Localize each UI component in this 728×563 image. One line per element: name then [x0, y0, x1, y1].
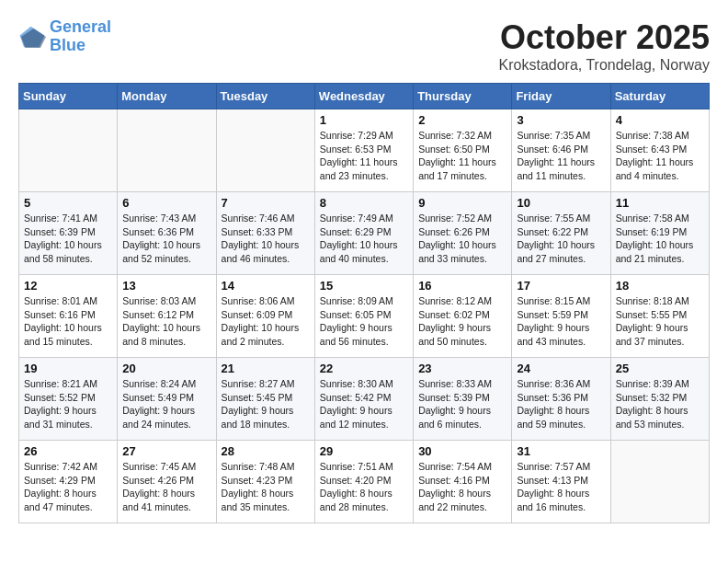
weekday-header-sunday: Sunday — [19, 84, 118, 109]
day-cell: 21Sunrise: 8:27 AM Sunset: 5:45 PM Dayli… — [216, 358, 314, 441]
day-cell: 30Sunrise: 7:54 AM Sunset: 4:16 PM Dayli… — [414, 441, 512, 523]
day-cell: 3Sunrise: 7:35 AM Sunset: 6:46 PM Daylig… — [512, 109, 610, 192]
logo-icon — [18, 23, 46, 51]
day-info: Sunrise: 7:48 AM Sunset: 4:23 PM Dayligh… — [222, 460, 310, 514]
day-cell: 17Sunrise: 8:15 AM Sunset: 5:59 PM Dayli… — [512, 275, 610, 358]
week-row-5: 26Sunrise: 7:42 AM Sunset: 4:29 PM Dayli… — [19, 441, 710, 523]
day-info: Sunrise: 7:41 AM Sunset: 6:39 PM Dayligh… — [24, 212, 112, 266]
day-info: Sunrise: 8:12 AM Sunset: 6:02 PM Dayligh… — [418, 294, 506, 349]
day-info: Sunrise: 8:27 AM Sunset: 5:45 PM Dayligh… — [222, 377, 310, 431]
day-info: Sunrise: 8:33 AM Sunset: 5:39 PM Dayligh… — [418, 377, 506, 431]
day-cell: 13Sunrise: 8:03 AM Sunset: 6:12 PM Dayli… — [118, 275, 216, 358]
day-info: Sunrise: 7:58 AM Sunset: 6:19 PM Dayligh… — [616, 212, 704, 266]
day-info: Sunrise: 8:21 AM Sunset: 5:52 PM Dayligh… — [24, 377, 112, 431]
day-number: 10 — [517, 196, 605, 210]
day-number: 30 — [418, 444, 506, 458]
week-row-4: 19Sunrise: 8:21 AM Sunset: 5:52 PM Dayli… — [19, 358, 710, 441]
day-cell: 26Sunrise: 7:42 AM Sunset: 4:29 PM Dayli… — [19, 441, 118, 523]
day-number: 16 — [418, 279, 506, 293]
day-number: 19 — [24, 362, 112, 375]
day-number: 25 — [616, 362, 704, 375]
day-number: 21 — [222, 362, 310, 375]
day-info: Sunrise: 8:15 AM Sunset: 5:59 PM Dayligh… — [517, 294, 605, 349]
day-cell — [118, 109, 216, 192]
page-header: General Blue October 2025 Krokstadora, T… — [18, 18, 710, 74]
day-number: 3 — [517, 113, 605, 127]
day-number: 29 — [320, 444, 408, 458]
day-info: Sunrise: 8:30 AM Sunset: 5:42 PM Dayligh… — [320, 377, 408, 431]
weekday-header-monday: Monday — [118, 84, 216, 109]
day-info: Sunrise: 8:03 AM Sunset: 6:12 PM Dayligh… — [122, 294, 210, 349]
day-info: Sunrise: 8:09 AM Sunset: 6:05 PM Dayligh… — [320, 294, 408, 349]
day-info: Sunrise: 7:29 AM Sunset: 6:53 PM Dayligh… — [320, 129, 408, 183]
day-cell: 2Sunrise: 7:32 AM Sunset: 6:50 PM Daylig… — [414, 109, 512, 192]
month-title: October 2025 — [499, 18, 710, 57]
day-info: Sunrise: 7:46 AM Sunset: 6:33 PM Dayligh… — [222, 212, 310, 266]
weekday-header-friday: Friday — [512, 84, 610, 109]
day-info: Sunrise: 7:42 AM Sunset: 4:29 PM Dayligh… — [24, 460, 112, 514]
day-info: Sunrise: 7:32 AM Sunset: 6:50 PM Dayligh… — [418, 129, 506, 183]
day-number: 18 — [616, 279, 704, 293]
day-number: 24 — [517, 362, 605, 375]
day-number: 6 — [122, 196, 210, 210]
day-info: Sunrise: 8:24 AM Sunset: 5:49 PM Dayligh… — [122, 377, 210, 431]
day-info: Sunrise: 7:49 AM Sunset: 6:29 PM Dayligh… — [320, 212, 408, 266]
day-number: 22 — [320, 362, 408, 375]
day-cell: 7Sunrise: 7:46 AM Sunset: 6:33 PM Daylig… — [216, 192, 314, 275]
day-cell: 24Sunrise: 8:36 AM Sunset: 5:36 PM Dayli… — [512, 358, 610, 441]
day-cell: 8Sunrise: 7:49 AM Sunset: 6:29 PM Daylig… — [314, 192, 413, 275]
week-row-3: 12Sunrise: 8:01 AM Sunset: 6:16 PM Dayli… — [19, 275, 710, 358]
day-number: 23 — [418, 362, 506, 375]
weekday-header-row: SundayMondayTuesdayWednesdayThursdayFrid… — [19, 84, 710, 109]
weekday-header-tuesday: Tuesday — [216, 84, 314, 109]
day-cell: 14Sunrise: 8:06 AM Sunset: 6:09 PM Dayli… — [216, 275, 314, 358]
day-number: 14 — [222, 279, 310, 293]
day-info: Sunrise: 7:43 AM Sunset: 6:36 PM Dayligh… — [122, 212, 210, 266]
day-info: Sunrise: 7:51 AM Sunset: 4:20 PM Dayligh… — [320, 460, 408, 514]
day-number: 13 — [122, 279, 210, 293]
day-cell: 15Sunrise: 8:09 AM Sunset: 6:05 PM Dayli… — [314, 275, 413, 358]
day-number: 4 — [616, 113, 704, 127]
calendar: SundayMondayTuesdayWednesdayThursdayFrid… — [18, 83, 710, 523]
day-number: 27 — [122, 444, 210, 458]
day-number: 5 — [24, 196, 112, 210]
day-number: 11 — [616, 196, 704, 210]
day-cell: 18Sunrise: 8:18 AM Sunset: 5:55 PM Dayli… — [610, 275, 709, 358]
day-cell: 29Sunrise: 7:51 AM Sunset: 4:20 PM Dayli… — [314, 441, 413, 523]
day-cell: 11Sunrise: 7:58 AM Sunset: 6:19 PM Dayli… — [610, 192, 709, 275]
day-cell: 31Sunrise: 7:57 AM Sunset: 4:13 PM Dayli… — [512, 441, 610, 523]
day-cell: 1Sunrise: 7:29 AM Sunset: 6:53 PM Daylig… — [314, 109, 413, 192]
day-number: 1 — [320, 113, 408, 127]
day-number: 12 — [24, 279, 112, 293]
week-row-1: 1Sunrise: 7:29 AM Sunset: 6:53 PM Daylig… — [19, 109, 710, 192]
day-info: Sunrise: 8:18 AM Sunset: 5:55 PM Dayligh… — [616, 294, 704, 349]
day-number: 20 — [122, 362, 210, 375]
logo-text: General Blue — [50, 18, 111, 55]
day-cell: 16Sunrise: 8:12 AM Sunset: 6:02 PM Dayli… — [414, 275, 512, 358]
day-number: 17 — [517, 279, 605, 293]
day-number: 2 — [418, 113, 506, 127]
day-number: 28 — [222, 444, 310, 458]
day-info: Sunrise: 8:06 AM Sunset: 6:09 PM Dayligh… — [222, 294, 310, 349]
day-cell: 6Sunrise: 7:43 AM Sunset: 6:36 PM Daylig… — [118, 192, 216, 275]
logo: General Blue — [18, 18, 111, 55]
day-info: Sunrise: 7:52 AM Sunset: 6:26 PM Dayligh… — [418, 212, 506, 266]
day-info: Sunrise: 7:35 AM Sunset: 6:46 PM Dayligh… — [517, 129, 605, 183]
day-cell: 5Sunrise: 7:41 AM Sunset: 6:39 PM Daylig… — [19, 192, 118, 275]
day-cell: 19Sunrise: 8:21 AM Sunset: 5:52 PM Dayli… — [19, 358, 118, 441]
day-info: Sunrise: 8:39 AM Sunset: 5:32 PM Dayligh… — [616, 377, 704, 431]
day-info: Sunrise: 7:55 AM Sunset: 6:22 PM Dayligh… — [517, 212, 605, 266]
title-block: October 2025 Krokstadora, Trondelag, Nor… — [499, 18, 710, 74]
day-cell: 12Sunrise: 8:01 AM Sunset: 6:16 PM Dayli… — [19, 275, 118, 358]
weekday-header-thursday: Thursday — [414, 84, 512, 109]
day-cell: 4Sunrise: 7:38 AM Sunset: 6:43 PM Daylig… — [610, 109, 709, 192]
day-number: 8 — [320, 196, 408, 210]
day-number: 7 — [222, 196, 310, 210]
day-cell: 23Sunrise: 8:33 AM Sunset: 5:39 PM Dayli… — [414, 358, 512, 441]
day-cell — [19, 109, 118, 192]
day-number: 9 — [418, 196, 506, 210]
day-info: Sunrise: 7:38 AM Sunset: 6:43 PM Dayligh… — [616, 129, 704, 183]
day-cell: 9Sunrise: 7:52 AM Sunset: 6:26 PM Daylig… — [414, 192, 512, 275]
day-cell: 28Sunrise: 7:48 AM Sunset: 4:23 PM Dayli… — [216, 441, 314, 523]
day-cell — [610, 441, 709, 523]
